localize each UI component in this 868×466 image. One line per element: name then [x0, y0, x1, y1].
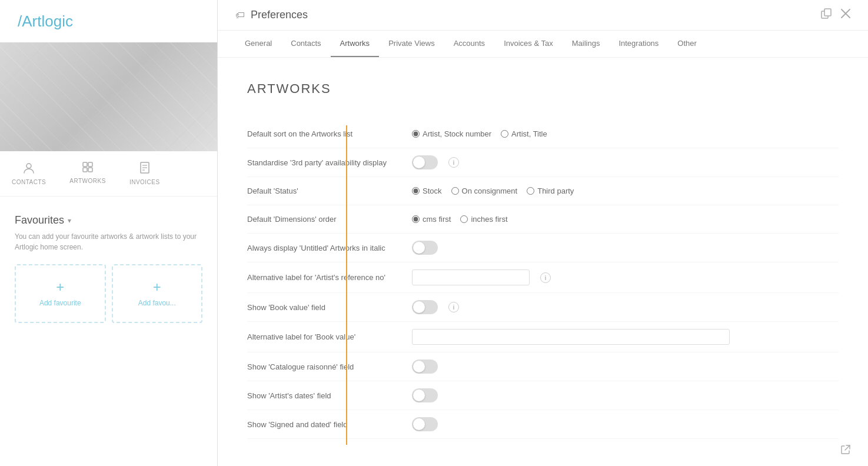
toggle-artist-dates[interactable]: [412, 388, 438, 402]
setting-label-alt-reference: Alternative label for 'Artist's referenc…: [247, 273, 412, 282]
sidebar-banner: [0, 42, 217, 151]
setting-control-untitled: [412, 241, 839, 255]
toggle-standardise[interactable]: [412, 155, 438, 169]
setting-label-artist-dates: Show 'Artist's dates' field: [247, 391, 412, 400]
add-favourite-label-2: Add favou...: [138, 299, 176, 307]
svg-rect-10: [824, 9, 831, 16]
toggle-untitled[interactable]: [412, 241, 438, 255]
svg-rect-3: [83, 168, 87, 172]
setting-show-artist-dates: Show 'Artist's dates' field: [247, 381, 839, 410]
svg-rect-2: [88, 162, 92, 167]
info-icon-book-value[interactable]: i: [448, 302, 459, 312]
tab-artworks[interactable]: Artworks: [331, 31, 380, 57]
radio-group-dimensions: cms first inches first: [412, 215, 508, 224]
radio-stock[interactable]: Stock: [412, 187, 442, 195]
setting-label-standardise: Standardise '3rd party' availability dis…: [247, 158, 412, 167]
plus-icon-2: +: [153, 280, 161, 294]
sidebar-content: Favourites ▾ You can add your favourite …: [0, 197, 217, 341]
sidebar-item-invoices[interactable]: INVOICES: [118, 157, 172, 190]
radio-inches-first[interactable]: inches first: [460, 215, 507, 224]
chevron-down-icon: ▾: [68, 217, 71, 225]
add-favourite-card-2[interactable]: + Add favou...: [112, 264, 203, 323]
setting-label-untitled: Always display 'Untitled' Artworks in it…: [247, 244, 412, 252]
contacts-label: CONTACTS: [12, 179, 46, 185]
add-favourite-card-1[interactable]: + Add favourite: [15, 264, 106, 323]
sidebar-item-artworks[interactable]: ARTWORKS: [58, 157, 118, 190]
setting-control-dimensions: cms first inches first: [412, 215, 839, 224]
setting-label-dimensions: Default 'Dimensions' order: [247, 215, 412, 224]
toggle-catalogue[interactable]: [412, 360, 438, 374]
sidebar-nav: CONTACTS ARTWORKS INVOICES: [0, 151, 217, 197]
radio-group-status: Stock On consignment Third party: [412, 187, 574, 195]
dialog-title-area: 🏷 Preferences: [235, 9, 308, 21]
svg-point-0: [26, 164, 31, 168]
tab-private-views[interactable]: Private Views: [379, 31, 444, 57]
plus-icon-1: +: [56, 280, 64, 294]
tab-other[interactable]: Other: [668, 31, 706, 57]
setting-label-default-sort: Default sort on the Artworks list: [247, 129, 412, 138]
setting-control-book-value: i: [412, 300, 839, 314]
copy-button[interactable]: [821, 8, 832, 22]
favourites-grid: + Add favourite + Add favou...: [15, 264, 202, 323]
info-icon-alt-reference[interactable]: i: [540, 272, 551, 283]
setting-show-printed-status: Show 'Printed status' field: [247, 439, 839, 445]
toggle-book-value[interactable]: [412, 300, 438, 314]
tab-contacts[interactable]: Contacts: [281, 31, 330, 57]
setting-control-default-status: Stock On consignment Third party: [412, 187, 839, 195]
close-button[interactable]: [841, 8, 850, 22]
tab-invoices-tax[interactable]: Invoices & Tax: [494, 31, 563, 57]
tab-general[interactable]: General: [235, 31, 281, 57]
artworks-label: ARTWORKS: [69, 178, 106, 184]
toggle-signed-dated[interactable]: [412, 417, 438, 431]
svg-rect-1: [83, 162, 87, 167]
setting-label-book-value: Show 'Book value' field: [247, 303, 412, 312]
artworks-icon: [82, 162, 93, 175]
input-alt-reference[interactable]: [412, 269, 530, 285]
setting-control-default-sort: Artist, Stock number Artist, Title: [412, 129, 839, 138]
sidebar-item-contacts[interactable]: CONTACTS: [0, 157, 58, 190]
radio-artist-stock[interactable]: Artist, Stock number: [412, 129, 491, 138]
setting-alt-label-reference: Alternative label for 'Artist's referenc…: [247, 262, 839, 293]
setting-show-signed-dated: Show 'Signed and dated' field: [247, 410, 839, 439]
invoices-icon: [140, 162, 149, 177]
add-favourite-label-1: Add favourite: [39, 299, 81, 307]
radio-cms-first[interactable]: cms first: [412, 215, 451, 224]
setting-standardise-3rd-party: Standardise '3rd party' availability dis…: [247, 148, 839, 177]
setting-default-sort: Default sort on the Artworks list Artist…: [247, 120, 839, 148]
setting-control-signed-dated: [412, 417, 839, 431]
radio-on-consignment[interactable]: On consignment: [451, 187, 518, 195]
setting-default-dimensions: Default 'Dimensions' order cms first inc…: [247, 205, 839, 234]
tab-accounts[interactable]: Accounts: [444, 31, 494, 57]
setting-show-book-value: Show 'Book value' field i: [247, 293, 839, 322]
tab-mailings[interactable]: Mailings: [563, 31, 610, 57]
favourites-description: You can add your favourite artworks & ar…: [15, 231, 202, 252]
dialog-content: ARTWORKS Default sort on the Artworks li…: [218, 58, 868, 445]
setting-control-artist-dates: [412, 388, 839, 402]
preferences-dialog: 🏷 Preferences General Contacts Artworks …: [218, 0, 868, 466]
sidebar: /Artlogic CONTACTS ARTWORKS INVOICES Fav…: [0, 0, 218, 466]
radio-group-default-sort: Artist, Stock number Artist, Title: [412, 129, 547, 138]
dialog-actions: [821, 8, 850, 22]
radio-third-party[interactable]: Third party: [527, 187, 574, 195]
setting-label-catalogue: Show 'Catalogue raisonné' field: [247, 362, 412, 371]
setting-control-standardise: i: [412, 155, 839, 169]
setting-alt-label-book-value: Alternative label for 'Book value': [247, 322, 839, 352]
svg-rect-4: [88, 168, 92, 172]
setting-label-default-status: Default 'Status': [247, 187, 412, 195]
tab-integrations[interactable]: Integrations: [609, 31, 668, 57]
setting-control-alt-reference: i: [412, 269, 839, 285]
info-icon-standardise[interactable]: i: [448, 157, 459, 168]
input-alt-book-value[interactable]: [412, 329, 730, 345]
svg-line-13: [845, 445, 850, 450]
setting-control-alt-book-value: [412, 329, 839, 345]
artlogic-logo: /Artlogic: [18, 12, 73, 30]
dialog-title: Preferences: [251, 9, 308, 21]
radio-artist-title[interactable]: Artist, Title: [501, 129, 547, 138]
setting-untitled-italic: Always display 'Untitled' Artworks in it…: [247, 234, 839, 262]
external-link-icon[interactable]: [841, 445, 850, 457]
sidebar-logo: /Artlogic: [0, 0, 217, 42]
dialog-footer: [218, 445, 868, 466]
setting-show-catalogue: Show 'Catalogue raisonné' field: [247, 352, 839, 381]
setting-default-status: Default 'Status' Stock On consignment Th…: [247, 177, 839, 205]
favourites-title: Favourites ▾: [15, 214, 202, 227]
